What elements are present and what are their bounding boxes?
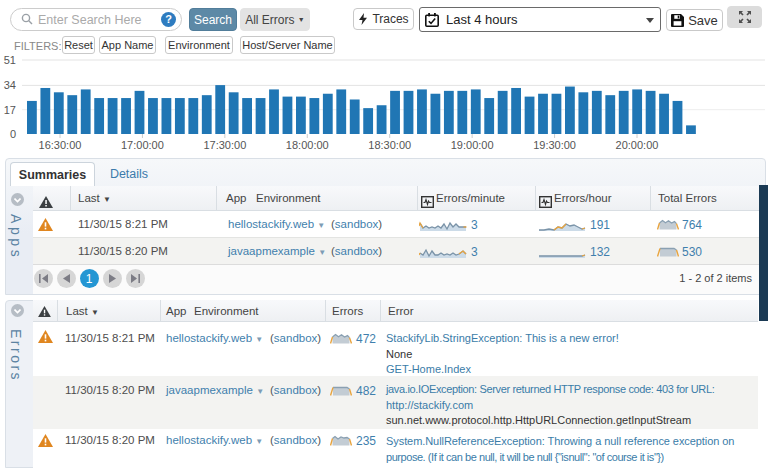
svg-text:17: 17 <box>4 104 16 116</box>
svg-text:34: 34 <box>4 79 16 91</box>
svg-text:51: 51 <box>4 56 16 66</box>
